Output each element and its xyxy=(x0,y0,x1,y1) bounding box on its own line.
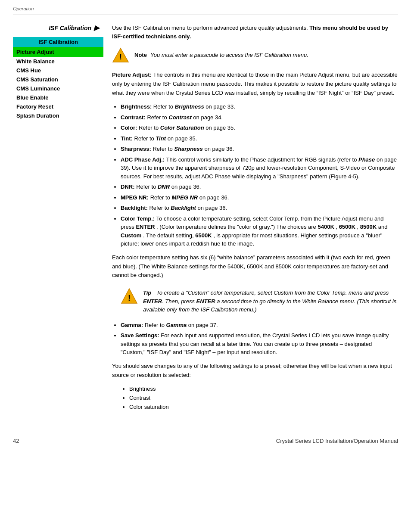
color-temp-comma2: , xyxy=(357,224,360,230)
brightness-ref: Brightness xyxy=(175,103,204,110)
contrast-text: Refer to xyxy=(147,114,168,121)
backlight-page: on page 36. xyxy=(197,205,227,211)
save-settings-text: For each input and supported resolution,… xyxy=(121,332,389,355)
warning-icon: ! xyxy=(112,47,129,64)
backlight-ref: Backlight xyxy=(171,205,196,211)
menu-item-white-balance[interactable]: White Balance xyxy=(13,57,103,66)
sharpness-label: Sharpness: xyxy=(121,146,151,152)
breadcrumb: Operation xyxy=(0,0,411,15)
sharpness-page: on page 36. xyxy=(204,146,234,152)
note-text: You must enter a passcode to access the … xyxy=(150,51,308,59)
sidebar-arrow: ▶ xyxy=(94,24,99,32)
main-layout: ISF Calibration ▶ ISF Calibration Pictur… xyxy=(0,15,411,425)
gamma-page: on page 37. xyxy=(188,322,218,328)
brightness-text: Refer to xyxy=(153,103,175,110)
color-temp-8500k: 8500K xyxy=(360,224,377,230)
tip-warning-icon: ! xyxy=(121,287,138,306)
mpeg-text: Refer to xyxy=(150,194,172,201)
list-item-contrast-sub: Contrast xyxy=(129,394,398,403)
note-content: Note You must enter a passcode to access… xyxy=(134,47,308,59)
sidebar-title-text: ISF Calibration xyxy=(49,25,91,31)
picture-adjust-paragraph: Picture Adjust: The controls in this men… xyxy=(112,71,398,97)
sharpness-text: Refer to xyxy=(153,146,174,152)
tip-label: Tip xyxy=(143,289,151,296)
contrast-page: on page 34. xyxy=(193,114,223,121)
color-temp-text3: . The default setting, xyxy=(143,232,195,239)
intro-normal: Use the ISF Calibration menu to perform … xyxy=(112,25,308,31)
gamma-text: Refer to xyxy=(145,322,166,328)
dnr-page: on page 36. xyxy=(171,184,201,190)
note-label: Note xyxy=(134,52,147,58)
brightness-page: on page 33. xyxy=(206,103,235,110)
bullet-list: Brightness: Refer to Brightness on page … xyxy=(121,103,398,248)
list-item-gamma: Gamma: Refer to Gamma on page 37. xyxy=(121,321,398,330)
color-page: on page 35. xyxy=(206,124,235,131)
color-ref: Color Saturation xyxy=(160,124,204,131)
sidebar-title: ISF Calibration ▶ xyxy=(13,24,103,32)
page-number: 42 xyxy=(13,438,19,444)
list-item-contrast: Contrast: Refer to Contrast on page 34. xyxy=(121,113,398,122)
content-area: Use the ISF Calibration menu to perform … xyxy=(112,24,398,416)
intro-paragraph: Use the ISF Calibration menu to perform … xyxy=(112,24,398,40)
save-settings-list: Brightness Contrast Color saturation xyxy=(129,385,398,411)
color-temp-label: Color Temp.: xyxy=(121,215,155,222)
sharpness-ref: Sharpness xyxy=(174,146,202,152)
color-temp-default: 6500K xyxy=(195,232,212,239)
list-item-color-saturation-sub: Color saturation xyxy=(129,403,398,412)
tip-enter-2: ENTER xyxy=(196,298,215,305)
page-container: Operation ISF Calibration ▶ ISF Calibrat… xyxy=(0,0,411,532)
mpeg-label: MPEG NR: xyxy=(121,194,149,201)
gamma-ref: Gamma xyxy=(166,322,187,328)
adc-text: This control works similarly to the Phas… xyxy=(166,156,358,163)
color-temp-text2: . (Color temperature defines the "color … xyxy=(156,224,318,230)
list-item-brightness-sub: Brightness xyxy=(129,385,398,394)
page-footer: 42 Crystal Series LCD Installation/Opera… xyxy=(0,433,411,448)
tint-label: Tint: xyxy=(121,135,133,142)
list-item-backlight: Backlight: Refer to Backlight on page 36… xyxy=(121,204,398,212)
tint-ref: Tint xyxy=(156,135,166,142)
list-item-adc-phase: ADC Phase Adj.: This control works simil… xyxy=(121,156,398,181)
color-temp-paragraph: Each color temperature setting has six (… xyxy=(112,253,398,280)
backlight-label: Backlight: xyxy=(121,205,148,211)
tip-box: ! Tip To create a "Custom" color tempera… xyxy=(121,287,398,314)
save-settings-paragraph: You should save changes to any of the fo… xyxy=(112,362,398,380)
backlight-text: Refer to xyxy=(149,205,171,211)
note-box: ! Note You must enter a passcode to acce… xyxy=(112,47,398,64)
color-temp-and: and xyxy=(378,224,388,230)
menu-item-cms-hue[interactable]: CMS Hue xyxy=(13,66,103,75)
color-temp-choices: 5400K xyxy=(318,224,334,230)
tint-page: on page 35. xyxy=(168,135,197,142)
brightness-label: Brightness: xyxy=(121,103,152,110)
list-item-brightness: Brightness: Refer to Brightness on page … xyxy=(121,103,398,111)
picture-adjust-label: Picture Adjust: xyxy=(112,72,152,78)
bullet-list-after-tip: Gamma: Refer to Gamma on page 37. Save S… xyxy=(121,321,398,357)
tip-enter-1: ENTER xyxy=(143,298,162,305)
menu-item-isf-calibration[interactable]: ISF Calibration xyxy=(13,37,103,47)
menu-item-cms-saturation[interactable]: CMS Saturation xyxy=(13,75,103,84)
color-label: Color: xyxy=(121,124,137,131)
list-item-color: Color: Refer to Color Saturation on page… xyxy=(121,124,398,132)
list-item-save-settings: Save Settings: For each input and suppor… xyxy=(121,331,398,357)
list-item-tint: Tint: Refer to Tint on page 35. xyxy=(121,134,398,143)
list-item-sharpness: Sharpness: Refer to Sharpness on page 36… xyxy=(121,145,398,153)
menu-list: ISF Calibration Picture Adjust White Bal… xyxy=(13,37,103,120)
color-temp-custom: Custom xyxy=(121,232,141,239)
tip-text: To create a "Custom" color temperature, … xyxy=(143,289,396,313)
svg-text:!: ! xyxy=(128,294,131,302)
dnr-label: DNR: xyxy=(121,184,135,190)
adc-phase-ref: Phase xyxy=(358,156,375,163)
mpeg-page: on page 36. xyxy=(199,194,229,201)
gamma-label: Gamma: xyxy=(121,322,143,328)
list-item-dnr: DNR: Refer to DNR on page 36. xyxy=(121,183,398,191)
menu-item-blue-enable[interactable]: Blue Enable xyxy=(13,93,103,102)
menu-item-splash-duration[interactable]: Splash Duration xyxy=(13,111,103,120)
menu-item-cms-luminance[interactable]: CMS Luminance xyxy=(13,84,103,93)
picture-adjust-text: The controls in this menu are identical … xyxy=(112,72,398,96)
save-settings-label: Save Settings: xyxy=(121,332,159,339)
list-item-color-temp: Color Temp.: To choose a color temperatu… xyxy=(121,215,398,248)
mpeg-ref: MPEG NR xyxy=(171,194,198,201)
menu-item-factory-reset[interactable]: Factory Reset xyxy=(13,102,103,111)
adc-label: ADC Phase Adj.: xyxy=(121,156,165,163)
menu-item-picture-adjust[interactable]: Picture Adjust xyxy=(13,47,103,57)
color-temp-comma1: , xyxy=(336,224,339,230)
